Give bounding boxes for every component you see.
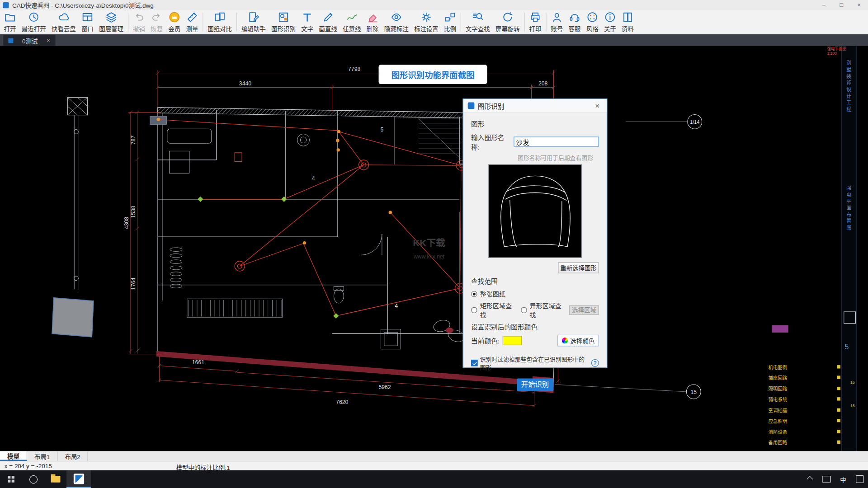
toolbar-button-layers[interactable]: 图层管理 — [96, 10, 126, 33]
legend-swatch — [837, 376, 840, 379]
titleblock-vertical-text-1: 别墅装饰设计工程 — [845, 60, 853, 113]
maximize-button[interactable]: □ — [833, 0, 850, 10]
toolbar-button-open[interactable]: 打开 — [1, 10, 19, 33]
toolbar-separator — [461, 13, 461, 32]
current-color-swatch — [503, 336, 522, 345]
radio-rect-area[interactable] — [471, 307, 477, 313]
crimson-cushion — [446, 328, 453, 333]
windows-logo-icon — [8, 476, 14, 483]
dialog-title: 图形识别 — [478, 101, 505, 110]
legend-swatch — [837, 365, 840, 368]
radio-poly-area-label: 异形区域查找 — [529, 301, 565, 319]
toolbar-button-vip[interactable]: 会员 — [165, 10, 183, 33]
toolbar-button-account[interactable]: 账号 — [548, 10, 566, 33]
start-button[interactable] — [0, 470, 22, 488]
reselect-shape-button[interactable]: 重新选择图形 — [558, 262, 599, 273]
choose-color-button[interactable]: 选择颜色 — [557, 335, 599, 347]
document-tab[interactable]: 0测试 × — [3, 35, 55, 46]
color-wheel-icon — [562, 338, 568, 343]
sheet-tab-model[interactable]: 模型 — [0, 451, 27, 461]
ime-indicator[interactable]: 中 — [835, 470, 852, 488]
toolbar-button-materials[interactable]: 资料 — [619, 10, 637, 33]
toolbar-button-hide-annotations[interactable]: 隐藏标注 — [382, 10, 411, 33]
notification-icon — [856, 475, 863, 483]
color-group-label: 设置识别后的图形颜色 — [471, 321, 599, 331]
toolbar-separator — [236, 13, 237, 32]
display-tray-button[interactable] — [818, 470, 835, 488]
toolbar-button-annotation-settings[interactable]: 标注设置 — [411, 10, 441, 33]
open-folder-icon — [4, 11, 16, 23]
toolbar-button-free-line[interactable]: 任意线 — [340, 10, 364, 33]
dialog-close-icon[interactable]: × — [592, 101, 602, 110]
cad-drawing[interactable]: 7798 3440 208 787 1538 1764 4308 5800 16… — [0, 46, 868, 451]
file-explorer-button[interactable] — [44, 470, 66, 488]
select-area-button[interactable]: 选择区域 — [569, 305, 599, 314]
toolbar-button-rotate-screen[interactable]: 屏幕旋转 — [493, 10, 523, 33]
toolbar-button-shape-recognition[interactable]: 图形识别 — [269, 10, 298, 33]
shape-recognition-icon — [277, 11, 289, 23]
dialog-titlebar[interactable]: 图形识别 × — [463, 99, 607, 113]
document-tab-close-icon[interactable]: × — [47, 37, 50, 44]
fixture-comb — [187, 299, 283, 318]
window-icon — [81, 11, 94, 23]
app-window: CAD快速看图 - C:\Users\xiezy-a\Desktop\0测试.d… — [0, 0, 868, 488]
minimize-button[interactable]: – — [815, 0, 832, 10]
help-icon[interactable]: ? — [591, 359, 599, 367]
shape-name-hint: 图形名称可用于后期查看图形 — [518, 153, 599, 161]
toolbar-button-delete[interactable]: 删除 — [363, 10, 381, 33]
toolbar-button-print[interactable]: 打印 — [526, 10, 544, 33]
radio-poly-area[interactable] — [521, 307, 527, 313]
toolbar-button-find-text[interactable]: 文字查找 — [463, 10, 493, 33]
toolbar-button-window[interactable]: 窗口 — [79, 10, 96, 33]
sofa-outline — [489, 165, 580, 256]
start-recognition-button[interactable]: 开始识别 — [517, 379, 553, 391]
louver — [170, 248, 182, 288]
sheet-tab-layout1[interactable]: 布局1 — [27, 451, 57, 461]
legend-row: 机电图例 — [769, 361, 840, 372]
radio-whole-drawing[interactable] — [471, 291, 477, 296]
toolbar-button-draw-line[interactable]: 画直线 — [316, 10, 340, 33]
cad-app-taskbar-button[interactable] — [66, 470, 91, 488]
close-button[interactable]: × — [850, 0, 868, 10]
redo-icon — [151, 11, 163, 23]
ratio-icon — [444, 11, 456, 23]
toolbar-button-undo[interactable]: 撤销 — [130, 10, 148, 33]
legend-magenta-swatch — [772, 325, 788, 333]
shape-name-input[interactable] — [514, 136, 599, 146]
sheet-tab-layout2[interactable]: 布局2 — [57, 451, 88, 461]
chevron-up-icon — [807, 476, 813, 482]
toolbar-button-measure[interactable]: 测量 — [183, 10, 201, 33]
toolbar-button-style[interactable]: 风格 — [584, 10, 601, 33]
filter-checkbox[interactable] — [471, 360, 478, 366]
toolbar-button-edit-assistant[interactable]: 编辑助手 — [239, 10, 269, 33]
legend-swatch — [837, 441, 840, 444]
wire-label: 4 — [312, 175, 315, 182]
svg-text:www.kkx.net: www.kkx.net — [413, 253, 445, 260]
legend-swatch — [837, 408, 840, 411]
freehand-line-icon — [346, 11, 358, 23]
tray-expand-button[interactable] — [802, 470, 818, 488]
toolbar-button-compare[interactable]: 图纸对比 — [205, 10, 235, 33]
dim-label: 208 — [538, 80, 548, 87]
toolbar-button-text[interactable]: 文字 — [298, 10, 316, 33]
legend-swatch — [837, 419, 840, 422]
gear-icon — [420, 11, 432, 23]
radio-rect-area-label: 矩形区域查找 — [480, 301, 515, 319]
toolbar-button-redo[interactable]: 恢复 — [148, 10, 165, 33]
switch-markers — [198, 197, 339, 319]
vip-badge-icon — [168, 11, 180, 23]
toolbar-button-recent[interactable]: 最近打开 — [19, 10, 49, 33]
action-center-button[interactable] — [851, 470, 868, 488]
legend-swatch — [837, 397, 840, 400]
bubble-label: 1/14 — [690, 119, 699, 125]
toolbar-button-scale[interactable]: 比例 — [441, 10, 459, 33]
toolbar-button-support[interactable]: 客服 — [566, 10, 583, 33]
toolbar-button-cloud[interactable]: 快看云盘 — [49, 10, 79, 33]
svg-text:KK下载: KK下载 — [413, 238, 445, 248]
drawing-canvas[interactable]: 7798 3440 208 787 1538 1764 4308 5800 16… — [0, 46, 868, 451]
headset-icon — [569, 11, 581, 23]
dim-label: 1661 — [192, 359, 204, 366]
toolbar-button-about[interactable]: 关于 — [601, 10, 619, 33]
titleblock-red-text: 强电平面图1:100 — [827, 47, 866, 56]
cortana-button[interactable] — [22, 470, 44, 488]
